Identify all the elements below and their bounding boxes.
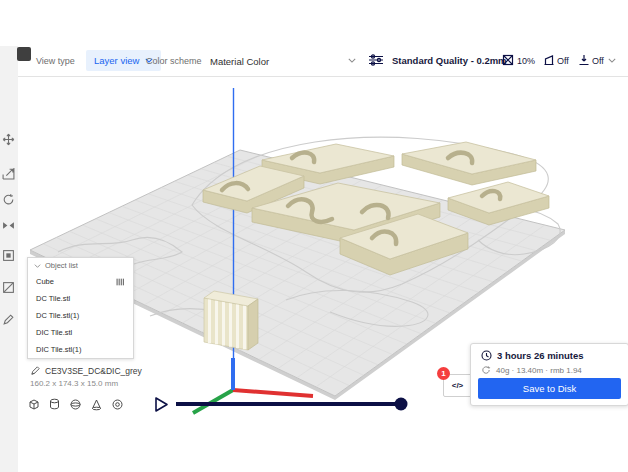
shape-toolbar (27, 397, 126, 412)
print-time: 3 hours 26 minutes (497, 350, 584, 361)
support-value[interactable]: Off (557, 56, 569, 66)
cylinder-icon[interactable] (48, 397, 63, 412)
model-dimensions: 160.2 x 174.3 x 15.0 mm (30, 379, 118, 388)
gcode-label: </> (452, 381, 464, 390)
chevron-down-icon (34, 264, 41, 268)
project-name: CE3V3SE_DC&DIC_grey (45, 366, 142, 376)
print-job-card: 3 hours 26 minutes 40g · 13.40m · rmb 1.… (470, 343, 628, 406)
object-list-title: Object list (45, 261, 78, 270)
infill-mesh-icon (115, 277, 125, 287)
cube-icon[interactable] (27, 397, 42, 412)
object-list-header[interactable]: Object list (28, 258, 133, 273)
adhesion-icon (578, 54, 590, 66)
timeline-handle[interactable] (395, 398, 408, 411)
object-name: DIC Tile.stl(1) (36, 345, 125, 354)
list-item[interactable]: DIC Tile.stl (28, 324, 133, 341)
list-item[interactable]: DC Tile.stl (28, 290, 133, 307)
simulation-timeline (156, 398, 408, 412)
color-scheme-value[interactable]: Material Color (210, 56, 269, 67)
chevron-down-icon[interactable] (608, 58, 616, 63)
object-name: DC Tile.stl(1) (36, 311, 125, 320)
print-settings-sliders-icon[interactable] (368, 53, 384, 67)
infill-value[interactable]: 10% (517, 56, 535, 66)
scale-icon[interactable] (2, 166, 16, 180)
list-item[interactable]: DIC Tile.stl(1) (28, 341, 133, 358)
play-button[interactable] (156, 398, 167, 411)
app-icon (17, 47, 31, 61)
color-scheme-label: Color scheme (146, 56, 202, 66)
adhesion-value[interactable]: Off (592, 56, 604, 66)
material-usage-row: 40g · 13.40m · rmb 1.94 (481, 365, 582, 375)
pencil-tool-icon[interactable] (2, 312, 16, 326)
material-spool-icon (481, 365, 491, 375)
left-toolbar (0, 46, 18, 472)
move-icon[interactable] (2, 132, 16, 146)
support-blocker-icon[interactable] (2, 280, 16, 294)
sphere-icon[interactable] (69, 397, 84, 412)
chevron-down-icon[interactable] (348, 58, 356, 63)
edit-pencil-icon[interactable] (30, 365, 41, 376)
list-item[interactable]: Cube (28, 273, 133, 290)
support-icon (543, 54, 555, 66)
rotate-icon[interactable] (2, 192, 16, 206)
view-type-label: View type (36, 56, 75, 66)
material-usage: 40g · 13.40m · rmb 1.94 (496, 366, 582, 375)
object-name: DIC Tile.stl (36, 328, 125, 337)
object-name: Cube (36, 277, 115, 286)
cone-icon[interactable] (90, 397, 105, 412)
list-item[interactable]: DC Tile.stl(1) (28, 307, 133, 324)
object-name: DC Tile.stl (36, 294, 125, 303)
notification-badge: 1 (437, 367, 450, 380)
object-list-panel: Object list Cube DC Tile.stl DC Tile.stl… (27, 257, 134, 359)
save-to-disk-button[interactable]: Save to Disk (478, 378, 621, 399)
quality-profile[interactable]: Standard Quality - 0.2mm (392, 55, 507, 66)
gcode-preview-button[interactable]: </> 1 (443, 374, 472, 397)
view-type-value: Layer view (94, 55, 139, 66)
torus-icon[interactable] (111, 397, 126, 412)
cube-model[interactable] (204, 291, 258, 350)
mirror-icon[interactable] (2, 218, 16, 232)
project-name-row[interactable]: CE3V3SE_DC&DIC_grey (30, 365, 142, 376)
per-model-settings-icon[interactable] (2, 248, 16, 262)
infill-icon (502, 54, 514, 66)
clock-icon (481, 350, 492, 361)
model-tile (402, 142, 536, 185)
print-time-row: 3 hours 26 minutes (481, 350, 584, 361)
